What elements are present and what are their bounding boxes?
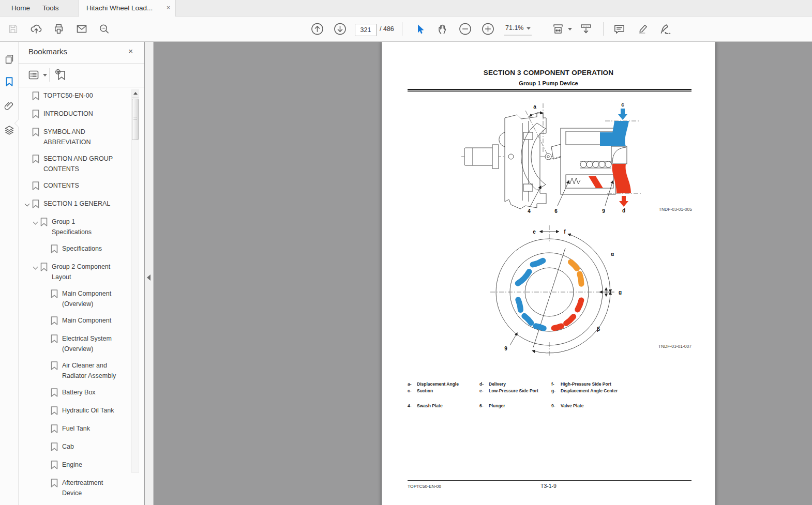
page-up-icon[interactable] [311,23,324,36]
bookmark-item[interactable]: Specifications [19,243,131,255]
chevron-down-icon[interactable] [32,262,40,269]
legend-item: e-Low-Pressure Side Port [479,388,538,393]
legend-item: c-Suction [408,388,459,393]
bookmark-icon [51,360,62,372]
bookmark-item[interactable]: Hydraulic Oil Tank [19,405,131,417]
tab-document[interactable]: Hitachi Wheel Load... × [79,0,176,17]
bookmark-icon [32,109,43,120]
page-thumbnails-icon[interactable] [4,53,15,67]
bookmarks-panel: Bookmarks × TOPTC50-EN-00 INTRODUCTION [19,42,144,505]
bookmark-label: Fuel Tank [62,423,90,434]
bookmark-icon [51,333,62,345]
scroll-up-button[interactable] [132,90,139,98]
svg-text:a: a [533,104,536,110]
select-tool-icon[interactable] [414,23,426,35]
print-icon[interactable] [53,23,65,35]
bookmark-item[interactable]: CONTENTS [19,180,131,192]
bookmark-item[interactable]: INTRODUCTION [19,109,131,120]
chevron-down-icon[interactable] [24,198,32,206]
svg-text:f: f [564,229,566,235]
bookmark-label: TOPTC50-EN-00 [43,90,93,101]
bookmark-icon [40,262,52,273]
comment-icon[interactable] [613,23,626,36]
zoom-level-dropdown[interactable]: 71.1% [504,23,532,36]
legend-column-2: d-Delivery e-Low-Pressure Side Port 6-Pl… [479,381,538,410]
search-icon[interactable] [98,23,110,35]
find-current-bookmark-icon[interactable] [54,68,67,83]
page-down-icon[interactable] [334,23,347,36]
svg-text:β: β [597,326,600,332]
panel-splitter[interactable] [145,42,154,505]
figure-valve-plate: e f [481,223,709,359]
page-subtitle: Group 1 Pump Device [382,80,715,86]
svg-text:6: 6 [554,208,558,214]
zoom-in-icon[interactable] [482,23,494,36]
hand-tool-icon[interactable] [436,23,448,35]
figure1-code: TNDF-03-01-005 [659,207,693,212]
legend-item: g-Displacement Angle Center [551,388,618,393]
bookmark-item[interactable]: Group 1 Specifications [19,217,131,237]
legend-item: 4-Swash Plate [408,403,459,408]
bookmark-item[interactable]: Air Cleaner and Radiator Assembly [19,360,131,381]
legend-item: 6-Plunger [479,403,538,408]
collapse-panel-icon[interactable] [147,274,151,281]
save-icon[interactable] [7,23,19,35]
zoom-out-icon[interactable] [459,23,472,36]
bookmark-options-icon[interactable] [27,69,47,81]
scroll-mode-icon[interactable] [579,22,593,36]
svg-text:4: 4 [528,208,531,214]
bookmarks-header: Bookmarks × [19,42,144,64]
bookmark-item[interactable]: Cab [19,441,131,453]
close-icon[interactable]: × [167,0,170,16]
highlight-icon[interactable] [636,23,649,36]
bookmark-item[interactable]: Aftertreatment Device [19,478,131,498]
attachments-icon[interactable] [4,100,15,114]
bookmark-item[interactable]: Fuel Tank [19,423,131,435]
bookmark-icon [51,405,62,417]
tab-bar: Home Tools Hitachi Wheel Load... × [0,0,812,17]
close-icon[interactable]: × [128,47,133,55]
tab-tools[interactable]: Tools [35,0,66,16]
title-rule [408,89,691,92]
fit-width-icon[interactable] [551,22,572,36]
bookmark-item[interactable]: Electrical System (Overview) [19,333,131,354]
document-area[interactable]: SECTION 3 COMPONENT OPERATION Group 1 Pu… [154,42,812,505]
figure-pump-section: a [459,102,702,221]
chevron-down-icon [527,27,531,29]
acrobat-window: Home Tools Hitachi Wheel Load... × [0,0,812,505]
bookmark-item[interactable]: TOPTC50-EN-00 [19,90,131,102]
scrollbar-thumb[interactable] [132,99,139,140]
legend-column-3: f-High-Pressure Side Port g-Displacement… [551,381,618,410]
bookmark-icon [51,243,62,255]
page-number-input[interactable] [355,24,377,36]
bookmark-item[interactable]: Battery Box [19,387,131,399]
bookmark-icon [51,387,62,399]
bookmark-item[interactable]: SECTION 1 GENERAL [19,198,131,210]
bookmarks-title: Bookmarks [28,47,67,56]
bookmarks-scrollbar[interactable] [131,89,139,473]
bookmark-icon [51,288,62,300]
chevron-down-icon[interactable] [32,217,40,224]
bookmark-label: Hydraulic Oil Tank [62,405,114,416]
bookmark-label: Aftertreatment Device [62,478,123,498]
bookmark-item[interactable]: Main Component [19,315,131,327]
toolbar-divider [402,22,402,36]
bookmark-icon [51,478,62,489]
bookmark-icon [32,198,43,210]
bookmarks-icon[interactable] [4,76,15,89]
bookmark-item[interactable]: SYMBOL AND ABBREVIATION [19,127,131,147]
footer-page-code: T3-1-9 [382,483,715,489]
fill-sign-icon[interactable] [659,22,672,36]
layers-icon[interactable] [4,125,15,138]
svg-text:d: d [622,208,625,213]
bookmark-label: SECTION 1 GENERAL [43,198,110,209]
email-icon[interactable] [76,23,88,35]
bookmark-label: Air Cleaner and Radiator Assembly [62,360,123,381]
tab-home[interactable]: Home [4,0,37,16]
bookmark-item[interactable]: SECTION AND GROUP CONTENTS [19,154,131,174]
zoom-level-value: 71.1% [505,24,523,33]
bookmark-item[interactable]: Group 2 Component Layout [19,262,131,282]
share-upload-icon[interactable] [30,23,42,35]
bookmark-item[interactable]: Engine [19,460,131,471]
bookmark-item[interactable]: Main Component (Overview) [19,288,131,309]
